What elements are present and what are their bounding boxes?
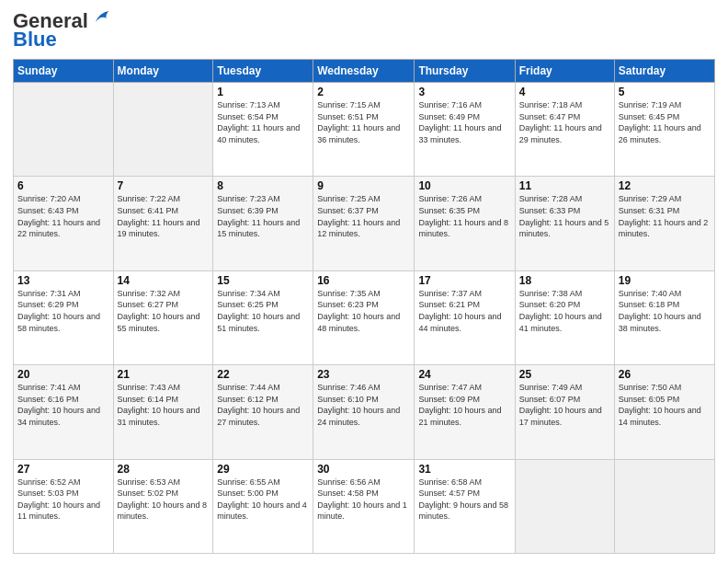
day-number: 25 bbox=[519, 368, 610, 381]
day-info: Sunrise: 7:20 AMSunset: 6:43 PMDaylight:… bbox=[17, 193, 109, 239]
calendar-cell: 12Sunrise: 7:29 AMSunset: 6:31 PMDayligh… bbox=[614, 177, 714, 270]
day-info: Sunrise: 7:49 AMSunset: 6:07 PMDaylight:… bbox=[519, 382, 610, 428]
calendar-cell: 4Sunrise: 7:18 AMSunset: 6:47 PMDaylight… bbox=[515, 83, 614, 177]
day-number: 13 bbox=[17, 274, 109, 287]
day-number: 16 bbox=[317, 274, 410, 287]
day-info: Sunrise: 7:18 AMSunset: 6:47 PMDaylight:… bbox=[519, 99, 610, 145]
day-info: Sunrise: 7:16 AMSunset: 6:49 PMDaylight:… bbox=[418, 99, 510, 145]
day-number: 29 bbox=[217, 463, 309, 476]
calendar-cell: 8Sunrise: 7:23 AMSunset: 6:39 PMDaylight… bbox=[213, 177, 313, 270]
calendar-cell: 3Sunrise: 7:16 AMSunset: 6:49 PMDaylight… bbox=[415, 83, 515, 177]
weekday-header-monday: Monday bbox=[113, 60, 213, 83]
calendar-cell: 17Sunrise: 7:37 AMSunset: 6:21 PMDayligh… bbox=[415, 270, 515, 364]
day-number: 14 bbox=[118, 274, 210, 287]
calendar-cell: 16Sunrise: 7:35 AMSunset: 6:23 PMDayligh… bbox=[313, 270, 415, 364]
calendar: SundayMondayTuesdayWednesdayThursdayFrid… bbox=[13, 59, 715, 554]
day-info: Sunrise: 7:26 AMSunset: 6:35 PMDaylight:… bbox=[418, 193, 510, 239]
day-number: 4 bbox=[519, 86, 610, 98]
day-info: Sunrise: 7:35 AMSunset: 6:23 PMDaylight:… bbox=[317, 288, 410, 334]
calendar-cell bbox=[515, 459, 614, 553]
day-info: Sunrise: 7:38 AMSunset: 6:20 PMDaylight:… bbox=[519, 288, 610, 334]
day-number: 17 bbox=[418, 274, 510, 287]
calendar-week-row: 1Sunrise: 7:13 AMSunset: 6:54 PMDaylight… bbox=[14, 83, 715, 177]
calendar-cell bbox=[113, 83, 213, 177]
calendar-cell: 27Sunrise: 6:52 AMSunset: 5:03 PMDayligh… bbox=[14, 459, 114, 553]
calendar-week-row: 13Sunrise: 7:31 AMSunset: 6:29 PMDayligh… bbox=[14, 270, 715, 364]
calendar-cell: 9Sunrise: 7:25 AMSunset: 6:37 PMDaylight… bbox=[313, 177, 415, 270]
day-number: 30 bbox=[317, 463, 410, 476]
day-info: Sunrise: 7:44 AMSunset: 6:12 PMDaylight:… bbox=[217, 382, 309, 428]
day-info: Sunrise: 7:13 AMSunset: 6:54 PMDaylight:… bbox=[217, 99, 309, 145]
calendar-cell: 21Sunrise: 7:43 AMSunset: 6:14 PMDayligh… bbox=[113, 365, 213, 459]
day-number: 22 bbox=[217, 368, 309, 381]
weekday-header-wednesday: Wednesday bbox=[313, 60, 415, 83]
weekday-header-friday: Friday bbox=[515, 60, 614, 83]
day-info: Sunrise: 7:50 AMSunset: 6:05 PMDaylight:… bbox=[619, 382, 711, 428]
day-info: Sunrise: 6:55 AMSunset: 5:00 PMDaylight:… bbox=[217, 477, 309, 523]
day-info: Sunrise: 7:32 AMSunset: 6:27 PMDaylight:… bbox=[118, 288, 210, 334]
day-info: Sunrise: 7:29 AMSunset: 6:31 PMDaylight:… bbox=[619, 193, 711, 239]
day-number: 27 bbox=[17, 463, 109, 476]
day-number: 2 bbox=[317, 86, 410, 98]
weekday-header-tuesday: Tuesday bbox=[213, 60, 313, 83]
calendar-cell: 13Sunrise: 7:31 AMSunset: 6:29 PMDayligh… bbox=[14, 270, 114, 364]
day-info: Sunrise: 7:40 AMSunset: 6:18 PMDaylight:… bbox=[619, 288, 711, 334]
day-number: 8 bbox=[217, 179, 309, 192]
logo-bird-icon bbox=[92, 9, 112, 26]
calendar-cell: 2Sunrise: 7:15 AMSunset: 6:51 PMDaylight… bbox=[313, 83, 415, 177]
calendar-cell: 30Sunrise: 6:56 AMSunset: 4:58 PMDayligh… bbox=[313, 459, 415, 553]
weekday-header-sunday: Sunday bbox=[14, 60, 114, 83]
calendar-cell: 5Sunrise: 7:19 AMSunset: 6:45 PMDaylight… bbox=[614, 83, 714, 177]
day-info: Sunrise: 7:46 AMSunset: 6:10 PMDaylight:… bbox=[317, 382, 410, 428]
day-info: Sunrise: 7:41 AMSunset: 6:16 PMDaylight:… bbox=[17, 382, 109, 428]
calendar-cell: 29Sunrise: 6:55 AMSunset: 5:00 PMDayligh… bbox=[213, 459, 313, 553]
day-number: 24 bbox=[418, 368, 510, 381]
calendar-cell: 23Sunrise: 7:46 AMSunset: 6:10 PMDayligh… bbox=[313, 365, 415, 459]
weekday-header-thursday: Thursday bbox=[415, 60, 515, 83]
calendar-cell: 15Sunrise: 7:34 AMSunset: 6:25 PMDayligh… bbox=[213, 270, 313, 364]
day-info: Sunrise: 6:58 AMSunset: 4:57 PMDaylight:… bbox=[418, 477, 510, 523]
day-info: Sunrise: 7:37 AMSunset: 6:21 PMDaylight:… bbox=[418, 288, 510, 334]
day-info: Sunrise: 7:19 AMSunset: 6:45 PMDaylight:… bbox=[619, 99, 711, 145]
calendar-cell: 25Sunrise: 7:49 AMSunset: 6:07 PMDayligh… bbox=[515, 365, 614, 459]
calendar-cell: 19Sunrise: 7:40 AMSunset: 6:18 PMDayligh… bbox=[614, 270, 714, 364]
day-number: 1 bbox=[217, 86, 309, 98]
day-number: 3 bbox=[418, 86, 510, 98]
calendar-cell: 10Sunrise: 7:26 AMSunset: 6:35 PMDayligh… bbox=[415, 177, 515, 270]
logo: General Blue bbox=[13, 9, 112, 52]
day-info: Sunrise: 7:43 AMSunset: 6:14 PMDaylight:… bbox=[118, 382, 210, 428]
calendar-cell bbox=[14, 83, 114, 177]
day-number: 20 bbox=[17, 368, 109, 381]
day-info: Sunrise: 7:22 AMSunset: 6:41 PMDaylight:… bbox=[118, 193, 210, 239]
day-info: Sunrise: 7:23 AMSunset: 6:39 PMDaylight:… bbox=[217, 193, 309, 239]
calendar-cell: 1Sunrise: 7:13 AMSunset: 6:54 PMDaylight… bbox=[213, 83, 313, 177]
day-number: 6 bbox=[17, 179, 109, 192]
calendar-cell: 31Sunrise: 6:58 AMSunset: 4:57 PMDayligh… bbox=[415, 459, 515, 553]
day-info: Sunrise: 7:15 AMSunset: 6:51 PMDaylight:… bbox=[317, 99, 410, 145]
day-number: 19 bbox=[619, 274, 711, 287]
calendar-cell: 11Sunrise: 7:28 AMSunset: 6:33 PMDayligh… bbox=[515, 177, 614, 270]
page: General Blue SundayMondayTuesdayWednesda… bbox=[0, 0, 728, 563]
calendar-cell: 22Sunrise: 7:44 AMSunset: 6:12 PMDayligh… bbox=[213, 365, 313, 459]
calendar-cell: 18Sunrise: 7:38 AMSunset: 6:20 PMDayligh… bbox=[515, 270, 614, 364]
day-info: Sunrise: 6:53 AMSunset: 5:02 PMDaylight:… bbox=[118, 477, 210, 523]
day-number: 21 bbox=[118, 368, 210, 381]
day-number: 28 bbox=[118, 463, 210, 476]
day-info: Sunrise: 7:47 AMSunset: 6:09 PMDaylight:… bbox=[418, 382, 510, 428]
logo-general: General bbox=[13, 9, 88, 32]
day-number: 10 bbox=[418, 179, 510, 192]
day-number: 31 bbox=[418, 463, 510, 476]
calendar-cell: 7Sunrise: 7:22 AMSunset: 6:41 PMDaylight… bbox=[113, 177, 213, 270]
day-info: Sunrise: 7:31 AMSunset: 6:29 PMDaylight:… bbox=[17, 288, 109, 334]
calendar-week-row: 20Sunrise: 7:41 AMSunset: 6:16 PMDayligh… bbox=[14, 365, 715, 459]
calendar-cell bbox=[614, 459, 714, 553]
header: General Blue bbox=[13, 9, 715, 52]
day-number: 26 bbox=[619, 368, 711, 381]
calendar-cell: 28Sunrise: 6:53 AMSunset: 5:02 PMDayligh… bbox=[113, 459, 213, 553]
day-info: Sunrise: 6:56 AMSunset: 4:58 PMDaylight:… bbox=[317, 477, 410, 523]
calendar-week-row: 27Sunrise: 6:52 AMSunset: 5:03 PMDayligh… bbox=[14, 459, 715, 553]
day-number: 11 bbox=[519, 179, 610, 192]
weekday-header-row: SundayMondayTuesdayWednesdayThursdayFrid… bbox=[14, 60, 715, 83]
day-info: Sunrise: 6:52 AMSunset: 5:03 PMDaylight:… bbox=[17, 477, 109, 523]
day-number: 18 bbox=[519, 274, 610, 287]
